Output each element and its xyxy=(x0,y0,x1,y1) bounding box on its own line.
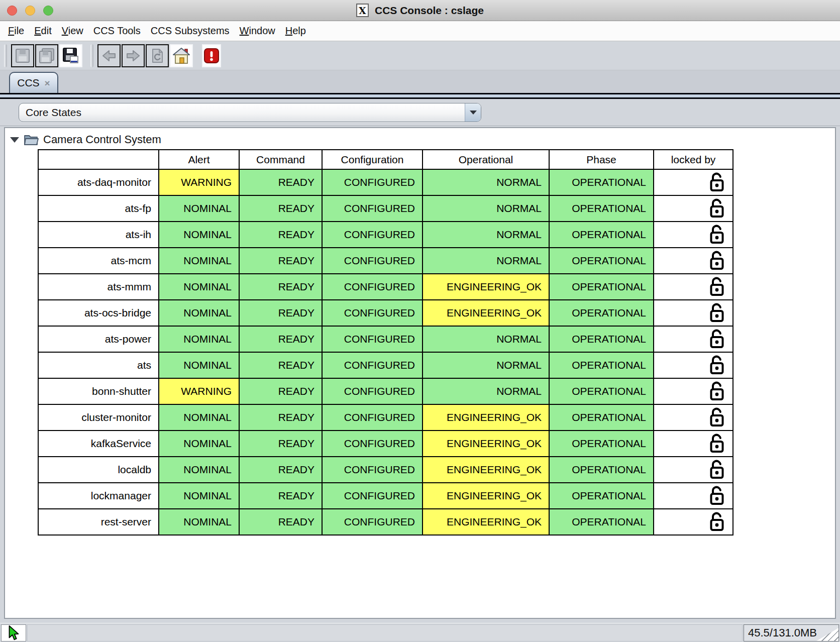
command-cell[interactable]: READY xyxy=(239,274,322,300)
table-row[interactable]: cluster-monitor NOMINAL READY CONFIGURED… xyxy=(38,404,733,431)
phase-cell[interactable]: OPERATIONAL xyxy=(549,326,654,352)
tab-ccs[interactable]: CCS × xyxy=(9,72,58,93)
locked-by-cell[interactable] xyxy=(654,457,733,483)
command-cell[interactable]: READY xyxy=(239,222,322,248)
menu-view[interactable]: View xyxy=(57,23,88,39)
phase-cell[interactable]: OPERATIONAL xyxy=(549,352,654,378)
table-row[interactable]: ats NOMINAL READY CONFIGURED NORMAL OPER… xyxy=(38,352,733,378)
configuration-cell[interactable]: CONFIGURED xyxy=(322,378,423,404)
phase-cell[interactable]: OPERATIONAL xyxy=(549,169,654,195)
toolbar-grip[interactable] xyxy=(4,44,7,67)
command-cell[interactable]: READY xyxy=(239,195,322,222)
menu-window[interactable]: Window xyxy=(235,23,280,39)
memory-usage-panel[interactable]: 45.5/131.0MB xyxy=(744,624,839,641)
table-row[interactable]: rest-server NOMINAL READY CONFIGURED ENG… xyxy=(38,509,733,535)
command-cell[interactable]: READY xyxy=(239,509,322,535)
subsystem-name-cell[interactable]: kafkaService xyxy=(38,431,159,457)
alert-cell[interactable]: WARNING xyxy=(159,169,239,195)
configuration-cell[interactable]: CONFIGURED xyxy=(322,483,423,509)
configuration-cell[interactable]: CONFIGURED xyxy=(322,326,423,352)
table-row[interactable]: ats-mmm NOMINAL READY CONFIGURED ENGINEE… xyxy=(38,274,733,300)
configuration-cell[interactable]: CONFIGURED xyxy=(322,195,423,222)
table-row[interactable]: localdb NOMINAL READY CONFIGURED ENGINEE… xyxy=(38,457,733,483)
phase-cell[interactable]: OPERATIONAL xyxy=(549,404,654,431)
menu-file[interactable]: File xyxy=(3,23,29,39)
locked-by-cell[interactable] xyxy=(654,404,733,431)
tree-expander-icon[interactable] xyxy=(10,137,19,143)
locked-by-cell[interactable] xyxy=(654,378,733,404)
table-row[interactable]: bonn-shutter WARNING READY CONFIGURED NO… xyxy=(38,378,733,404)
configuration-cell[interactable]: CONFIGURED xyxy=(322,169,423,195)
phase-cell[interactable]: OPERATIONAL xyxy=(549,431,654,457)
table-row[interactable]: ats-mcm NOMINAL READY CONFIGURED NORMAL … xyxy=(38,248,733,274)
locked-by-cell[interactable] xyxy=(654,352,733,378)
refresh-button[interactable] xyxy=(146,44,169,67)
locked-by-cell[interactable] xyxy=(654,326,733,352)
save-as-button[interactable] xyxy=(59,44,82,67)
phase-cell[interactable]: OPERATIONAL xyxy=(549,483,654,509)
command-cell[interactable]: READY xyxy=(239,378,322,404)
back-button[interactable] xyxy=(97,44,121,67)
alert-cell[interactable]: NOMINAL xyxy=(159,222,239,248)
command-cell[interactable]: READY xyxy=(239,483,322,509)
subsystem-name-cell[interactable]: ats-mmm xyxy=(38,274,159,300)
locked-by-cell[interactable] xyxy=(654,274,733,300)
subsystem-name-cell[interactable]: rest-server xyxy=(38,509,159,535)
menu-ccs-subsystems[interactable]: CCS Subsystems xyxy=(146,23,235,39)
close-window-button[interactable] xyxy=(7,6,17,16)
home-button[interactable] xyxy=(170,44,193,67)
table-row[interactable]: lockmanager NOMINAL READY CONFIGURED ENG… xyxy=(38,483,733,509)
locked-by-cell[interactable] xyxy=(654,195,733,222)
subsystem-name-cell[interactable]: bonn-shutter xyxy=(38,378,159,404)
alert-cell[interactable]: NOMINAL xyxy=(159,509,239,535)
table-row[interactable]: kafkaService NOMINAL READY CONFIGURED EN… xyxy=(38,431,733,457)
dropdown-arrow-button[interactable] xyxy=(465,103,481,122)
alert-cell[interactable]: NOMINAL xyxy=(159,195,239,222)
locked-by-cell[interactable] xyxy=(654,248,733,274)
locked-by-cell[interactable] xyxy=(654,169,733,195)
command-cell[interactable]: READY xyxy=(239,431,322,457)
phase-cell[interactable]: OPERATIONAL xyxy=(549,378,654,404)
table-row[interactable]: ats-power NOMINAL READY CONFIGURED NORMA… xyxy=(38,326,733,352)
subsystem-name-cell[interactable]: ats-ih xyxy=(38,222,159,248)
configuration-cell[interactable]: CONFIGURED xyxy=(322,222,423,248)
alert-button[interactable] xyxy=(202,44,221,67)
command-cell[interactable]: READY xyxy=(239,404,322,431)
alert-cell[interactable]: NOMINAL xyxy=(159,404,239,431)
save-all-button[interactable] xyxy=(35,44,58,67)
table-row[interactable]: ats-ih NOMINAL READY CONFIGURED NORMAL O… xyxy=(38,222,733,248)
configuration-cell[interactable]: CONFIGURED xyxy=(322,248,423,274)
subsystem-name-cell[interactable]: ats-power xyxy=(38,326,159,352)
alert-cell[interactable]: NOMINAL xyxy=(159,326,239,352)
locked-by-cell[interactable] xyxy=(654,509,733,535)
operational-cell[interactable]: ENGINEERING_OK xyxy=(423,483,549,509)
phase-cell[interactable]: OPERATIONAL xyxy=(549,509,654,535)
subsystem-name-cell[interactable]: localdb xyxy=(38,457,159,483)
subsystem-name-cell[interactable]: ats-fp xyxy=(38,195,159,222)
operational-cell[interactable]: ENGINEERING_OK xyxy=(423,431,549,457)
subsystem-name-cell[interactable]: cluster-monitor xyxy=(38,404,159,431)
phase-cell[interactable]: OPERATIONAL xyxy=(549,457,654,483)
alert-cell[interactable]: NOMINAL xyxy=(159,457,239,483)
subsystem-name-cell[interactable]: ats-daq-monitor xyxy=(38,169,159,195)
command-cell[interactable]: READY xyxy=(239,352,322,378)
phase-cell[interactable]: OPERATIONAL xyxy=(549,300,654,326)
configuration-cell[interactable]: CONFIGURED xyxy=(322,431,423,457)
subsystem-name-cell[interactable]: ats-mcm xyxy=(38,248,159,274)
operational-cell[interactable]: NORMAL xyxy=(423,222,549,248)
toolbar-grip[interactable] xyxy=(90,44,93,67)
phase-cell[interactable]: OPERATIONAL xyxy=(549,195,654,222)
command-cell[interactable]: READY xyxy=(239,326,322,352)
resize-grip[interactable] xyxy=(816,628,838,641)
operational-cell[interactable]: NORMAL xyxy=(423,195,549,222)
command-cell[interactable]: READY xyxy=(239,457,322,483)
operational-cell[interactable]: ENGINEERING_OK xyxy=(423,509,549,535)
alert-cell[interactable]: WARNING xyxy=(159,378,239,404)
forward-button[interactable] xyxy=(122,44,145,67)
configuration-cell[interactable]: CONFIGURED xyxy=(322,274,423,300)
operational-cell[interactable]: NORMAL xyxy=(423,352,549,378)
phase-cell[interactable]: OPERATIONAL xyxy=(549,274,654,300)
alert-cell[interactable]: NOMINAL xyxy=(159,352,239,378)
phase-cell[interactable]: OPERATIONAL xyxy=(549,248,654,274)
table-row[interactable]: ats-ocs-bridge NOMINAL READY CONFIGURED … xyxy=(38,300,733,326)
